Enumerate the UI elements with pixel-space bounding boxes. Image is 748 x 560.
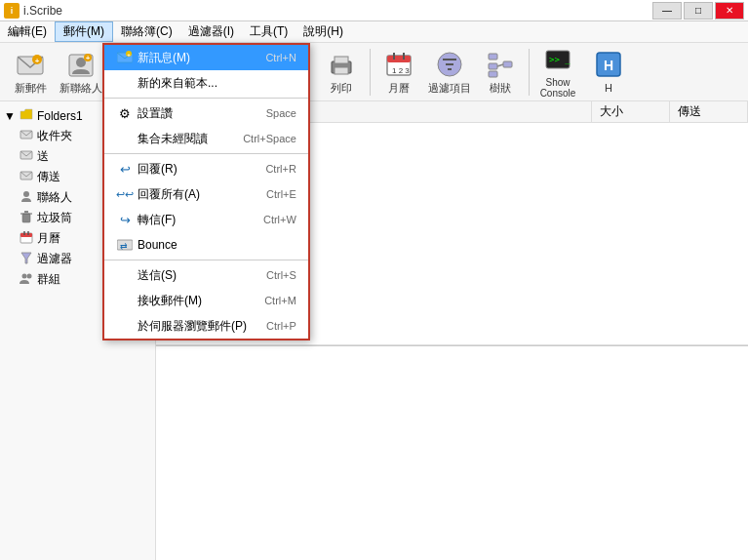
dropdown-new-template[interactable]: 新的來自範本... xyxy=(104,70,308,96)
tree-label: 樹狀 xyxy=(490,82,511,94)
menu-tools[interactable]: 工具(T) xyxy=(242,21,295,42)
svg-rect-19 xyxy=(387,56,411,62)
contacts-label: 聯絡人 xyxy=(37,189,72,206)
forward-menu-icon: ↪ xyxy=(116,211,134,228)
menu-filter[interactable]: 過濾器(I) xyxy=(180,21,242,42)
svg-point-48 xyxy=(22,274,27,279)
maximize-button[interactable]: □ xyxy=(684,2,713,20)
dropdown-settings-label: 設置讚 xyxy=(138,105,247,122)
dropdown-server-check-label: 於伺服器瀏覽郵件(P) xyxy=(138,318,247,335)
dropdown-receive-shortcut: Ctrl+M xyxy=(264,295,296,306)
menu-contacts[interactable]: 聯絡簿(C) xyxy=(113,21,180,42)
dropdown-new-msg[interactable]: + 新訊息(M) Ctrl+N xyxy=(104,45,308,70)
filter-items-label: 過濾項目 xyxy=(428,82,471,94)
bounce-menu-icon: ⇄ xyxy=(116,236,134,254)
svg-point-39 xyxy=(23,191,29,197)
dropdown-sep-1 xyxy=(104,98,308,99)
dropdown-server-check[interactable]: 於伺服器瀏覽郵件(P) Ctrl+P xyxy=(104,313,308,339)
trash-icon xyxy=(20,210,33,226)
sidebar-folders-label: Folders1 xyxy=(37,109,83,123)
h-button[interactable]: H H xyxy=(584,47,633,98)
app-icon: i xyxy=(4,3,20,19)
receive-menu-icon xyxy=(116,292,134,309)
calendar-button[interactable]: 1 2 3 月曆 xyxy=(374,47,423,98)
new-mail-icon: + xyxy=(15,50,46,81)
inbox-icon xyxy=(20,128,33,144)
svg-point-49 xyxy=(27,274,32,279)
groups-icon xyxy=(20,271,33,288)
svg-rect-17 xyxy=(335,67,348,74)
filter-sidebar-icon xyxy=(20,251,33,267)
toolbar-sep-2 xyxy=(370,49,371,96)
dropdown-bounce-label: Bounce xyxy=(138,238,277,252)
dropdown-bounce[interactable]: ⇄ Bounce xyxy=(104,232,308,258)
calendar-sidebar-icon xyxy=(20,230,33,247)
menu-edit[interactable]: 編輯(E) xyxy=(0,21,55,42)
window-controls: — □ ✕ xyxy=(652,2,744,20)
settings-menu-icon: ⚙ xyxy=(116,104,134,122)
svg-text:>> _: >> _ xyxy=(549,55,571,64)
dropdown-receive-label: 接收郵件(M) xyxy=(138,293,245,309)
dropdown-reply-shortcut: Ctrl+R xyxy=(265,163,295,175)
folder-icon xyxy=(20,107,33,124)
svg-text:1 2 3: 1 2 3 xyxy=(392,66,410,75)
col-date-header: 傳送 xyxy=(670,101,748,122)
filter-sidebar-label: 過濾器 xyxy=(37,251,72,267)
svg-rect-27 xyxy=(489,54,497,60)
show-console-label: Show Console xyxy=(536,77,579,99)
show-console-button[interactable]: >> _ Show Console xyxy=(533,47,582,98)
svg-text:+: + xyxy=(127,52,131,58)
dropdown-settings[interactable]: ⚙ 設置讚 Space xyxy=(104,100,308,126)
minimize-button[interactable]: — xyxy=(652,2,682,20)
svg-rect-16 xyxy=(335,57,348,63)
dropdown-forward-shortcut: Ctrl+W xyxy=(263,214,296,225)
dropdown-receive[interactable]: 接收郵件(M) Ctrl+M xyxy=(104,288,308,313)
window-title: i.Scribe xyxy=(23,4,62,18)
print-icon xyxy=(326,50,357,81)
tree-icon xyxy=(485,50,516,81)
dropdown-reply-all-label: 回覆所有(A) xyxy=(138,186,247,203)
tree-button[interactable]: 樹狀 xyxy=(476,47,525,98)
outbox-label: 傳送 xyxy=(37,169,60,185)
dropdown-reply-all[interactable]: ↩↩ 回覆所有(A) Ctrl+E xyxy=(104,181,308,207)
dropdown-new-msg-shortcut: Ctrl+N xyxy=(265,52,295,63)
print-button[interactable]: 列印 xyxy=(317,47,366,98)
sent-label: 送 xyxy=(37,148,49,165)
inbox-label: 收件夾 xyxy=(37,128,72,144)
filter-icon xyxy=(434,50,465,81)
svg-text:H: H xyxy=(604,58,613,73)
triangle-icon: ▼ xyxy=(4,109,16,123)
new-mail-button[interactable]: + 新郵件 xyxy=(6,47,55,98)
new-mail-label: 新郵件 xyxy=(15,82,47,94)
dropdown-forward[interactable]: ↪ 轉信(F) Ctrl+W xyxy=(104,207,308,232)
svg-rect-44 xyxy=(20,233,32,237)
menu-mail[interactable]: 郵件(M) xyxy=(55,21,113,42)
dropdown-reply-label: 回覆(R) xyxy=(138,161,246,178)
svg-marker-47 xyxy=(21,253,31,263)
menu-help[interactable]: 說明(H) xyxy=(295,21,351,42)
filter-items-button[interactable]: 過濾項目 xyxy=(425,47,474,98)
svg-line-31 xyxy=(497,64,503,66)
dropdown-new-template-label: 新的來自範本... xyxy=(138,75,277,92)
preview-pane xyxy=(156,345,748,560)
dropdown-mark-read[interactable]: 集合未經閱讀 Ctrl+Space xyxy=(104,126,308,151)
close-button[interactable]: ✕ xyxy=(715,2,744,20)
mark-read-icon xyxy=(116,130,134,147)
send-menu-icon xyxy=(116,266,134,284)
new-contacts-button[interactable]: + 新聯絡人 xyxy=(57,47,105,98)
console-icon: >> _ xyxy=(542,46,573,75)
menu-bar: 編輯(E) 郵件(M) 聯絡簿(C) 過濾器(I) 工具(T) 說明(H) xyxy=(0,21,748,43)
dropdown-reply[interactable]: ↩ 回覆(R) Ctrl+R xyxy=(104,156,308,181)
print-label: 列印 xyxy=(331,82,352,94)
dropdown-send-shortcut: Ctrl+S xyxy=(266,269,296,281)
calendar-label: 月曆 xyxy=(388,82,410,94)
svg-text:+: + xyxy=(86,54,91,62)
dropdown-settings-shortcut: Space xyxy=(266,107,296,119)
dropdown-forward-label: 轉信(F) xyxy=(138,212,244,228)
dropdown-send[interactable]: 送信(S) Ctrl+S xyxy=(104,262,308,288)
svg-rect-30 xyxy=(503,61,512,67)
calendar-sidebar-label: 月曆 xyxy=(37,230,60,247)
template-icon xyxy=(116,74,134,92)
contacts-icon: + xyxy=(65,50,97,81)
dropdown-mark-read-label: 集合未經閱讀 xyxy=(138,131,223,147)
